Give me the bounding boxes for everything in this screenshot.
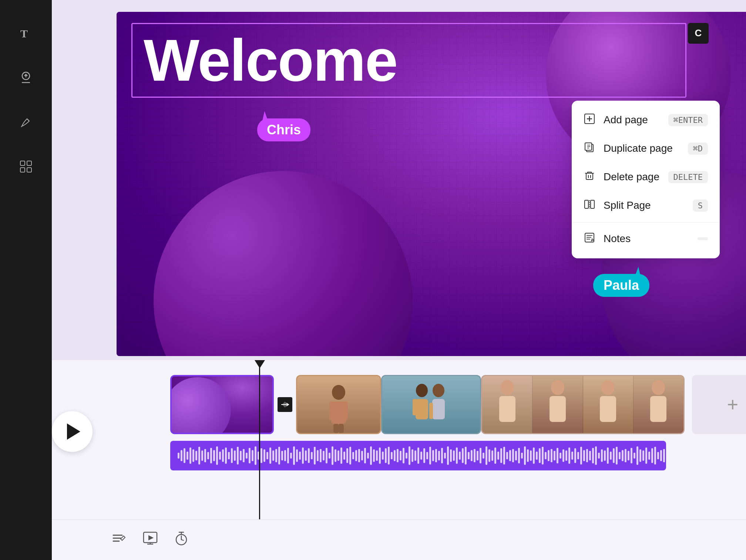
svg-point-27 [332, 385, 345, 400]
text-icon[interactable]: T [15, 22, 37, 44]
svg-rect-32 [339, 424, 344, 433]
svg-text:T: T [20, 27, 28, 40]
svg-rect-36 [432, 399, 445, 419]
menu-shortcut-delete-page: DELETE [668, 171, 708, 183]
add-clip-icon: + [727, 393, 738, 416]
context-menu: Add page ⌘ENTER [572, 101, 720, 258]
add-page-icon [584, 113, 595, 127]
svg-rect-42 [550, 396, 566, 422]
clips-track: + [170, 371, 746, 438]
waveform-bars [173, 442, 663, 469]
svg-rect-4 [20, 161, 25, 165]
svg-point-39 [501, 380, 514, 395]
svg-rect-7 [27, 168, 31, 172]
clip-1-sphere [172, 377, 231, 433]
clip-1-bg [172, 376, 272, 433]
svg-rect-37 [413, 399, 417, 415]
list-edit-icon[interactable] [111, 530, 127, 550]
play-triangle-icon [67, 423, 80, 440]
svg-rect-29 [329, 402, 335, 420]
welcome-text-box[interactable]: Welcome [131, 23, 686, 98]
clip-3[interactable] [381, 375, 481, 434]
paula-cursor-label: Paula [593, 267, 649, 297]
svg-line-56 [181, 540, 184, 540]
grid-icon[interactable] [15, 155, 37, 178]
menu-shortcut-add-page: ⌘ENTER [668, 114, 708, 126]
chris-avatar: C [688, 23, 709, 44]
play-button[interactable] [52, 411, 93, 452]
menu-shortcut-duplicate-page: ⌘D [688, 142, 708, 155]
svg-rect-20 [591, 200, 594, 208]
menu-shortcut-notes [698, 237, 708, 240]
svg-point-33 [416, 384, 428, 397]
menu-divider [572, 222, 720, 222]
chris-cursor-arrow [260, 111, 268, 120]
svg-rect-5 [27, 161, 31, 165]
clip-4[interactable] [481, 375, 685, 434]
svg-point-41 [551, 380, 564, 395]
chris-name-bubble: Chris [257, 118, 310, 141]
svg-rect-31 [333, 424, 339, 433]
video-canvas[interactable]: Welcome C Chris Paula [117, 12, 746, 356]
menu-item-add-page[interactable]: Add page ⌘ENTER [572, 106, 720, 134]
menu-item-delete-page[interactable]: Delete page DELETE [572, 163, 720, 191]
menu-shortcut-split-page: S [693, 199, 708, 212]
clip-4-frame-1 [482, 376, 532, 433]
playhead-triangle [255, 360, 265, 368]
add-clip-button[interactable]: + [692, 375, 746, 434]
upload-icon[interactable] [15, 67, 37, 89]
bottom-toolbar [52, 519, 746, 560]
svg-rect-19 [585, 200, 588, 208]
menu-label-notes: Notes [604, 233, 631, 245]
svg-rect-34 [416, 399, 428, 419]
menu-label-delete-page: Delete page [604, 171, 659, 183]
play-preview-icon[interactable] [142, 530, 158, 550]
timer-icon[interactable] [173, 530, 189, 550]
menu-label-duplicate-page: Duplicate page [604, 142, 673, 154]
canvas-area: Welcome C Chris Paula [52, 0, 746, 360]
menu-item-split-page[interactable]: Split Page S [572, 191, 720, 220]
delete-page-icon [584, 170, 595, 184]
svg-rect-46 [650, 396, 666, 422]
transition-icon[interactable] [274, 393, 296, 416]
menu-item-duplicate-page[interactable]: Duplicate page ⌘D [572, 134, 720, 163]
clip-1[interactable] [170, 375, 274, 434]
svg-point-35 [433, 384, 444, 397]
paula-name-bubble: Paula [593, 274, 649, 297]
svg-rect-38 [429, 403, 433, 419]
clip-4-frame-4 [634, 376, 683, 433]
clip-4-frame-2 [532, 376, 583, 433]
pen-icon[interactable] [15, 111, 37, 133]
playhead-line [259, 360, 260, 519]
main-area: Welcome C Chris Paula [52, 0, 746, 560]
split-page-icon [584, 199, 595, 212]
svg-rect-44 [600, 396, 616, 422]
menu-label-split-page: Split Page [604, 199, 651, 211]
notes-icon [584, 232, 595, 246]
svg-point-43 [601, 380, 615, 395]
chris-cursor-label: Chris [257, 112, 310, 141]
svg-rect-40 [499, 396, 515, 422]
timeline-area: + .wave-bars-container { display: flex; … [52, 360, 746, 519]
svg-marker-51 [148, 535, 154, 540]
transition-diamond [278, 397, 292, 412]
svg-rect-30 [343, 402, 348, 420]
waveform: .wave-bars-container { display: flex; al… [170, 441, 666, 470]
svg-rect-16 [586, 173, 593, 180]
audio-track[interactable]: .wave-bars-container { display: flex; al… [170, 441, 666, 470]
clip-4-frame-3 [583, 376, 634, 433]
welcome-text: Welcome [144, 28, 674, 93]
clip-2[interactable] [296, 375, 381, 434]
svg-rect-6 [20, 168, 25, 172]
menu-item-notes[interactable]: Notes [572, 225, 720, 253]
svg-point-45 [652, 380, 665, 395]
duplicate-page-icon [584, 142, 595, 155]
menu-label-add-page: Add page [604, 114, 648, 126]
sidebar: T [0, 0, 52, 560]
